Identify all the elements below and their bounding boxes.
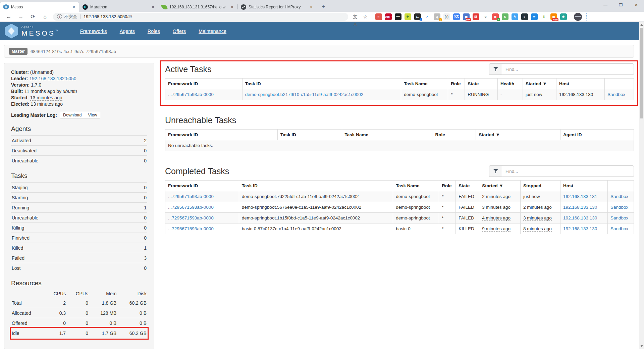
scrollbar-down-icon[interactable] xyxy=(640,345,643,347)
lock-new-icon[interactable]: ▣New xyxy=(550,13,557,20)
leader-link[interactable]: 192.168.133.132:5050 xyxy=(29,76,76,81)
column-header[interactable]: Task Name xyxy=(401,79,448,89)
cell-link[interactable]: ...7295671593ab-0000 xyxy=(168,194,214,199)
tab-close-icon[interactable]: ✕ xyxy=(229,4,235,10)
cell-link[interactable]: Sandbox xyxy=(607,92,625,97)
person-outline-icon[interactable]: ☺ xyxy=(482,13,489,20)
forward-button[interactable]: → xyxy=(16,12,25,21)
download-arrow-icon[interactable]: ⬇ xyxy=(541,13,547,20)
cell-link[interactable]: 192.168.133.130 xyxy=(563,205,597,210)
column-header[interactable]: Task Name xyxy=(342,130,432,140)
dark-cat-icon[interactable]: ᴖᴖ xyxy=(395,13,401,20)
letter-e-icon[interactable]: e xyxy=(521,13,528,20)
cell-link[interactable]: Sandbox xyxy=(610,215,628,220)
profile-avatar[interactable] xyxy=(574,13,582,21)
address-bar[interactable]: i 不安全 192.168.133.132:5050 /#/ xyxy=(53,13,348,21)
home-button[interactable]: ⌂ xyxy=(41,12,49,21)
cell-link[interactable]: Sandbox xyxy=(610,194,628,199)
column-header[interactable]: Framework ID xyxy=(165,79,243,89)
new-tab-button[interactable]: + xyxy=(319,2,328,11)
nav-link-offers[interactable]: Offers xyxy=(166,29,192,34)
tab-hello-world[interactable]: 192.168.133.131:31657/hello w ✕ xyxy=(158,2,237,12)
column-header[interactable]: Host xyxy=(556,79,605,89)
cell-link[interactable]: ...7295671593ab-0000 xyxy=(168,205,214,210)
abp-icon[interactable]: ABP xyxy=(385,13,392,20)
window-restore-button[interactable]: ❐ xyxy=(613,0,629,10)
column-header[interactable]: Stopped xyxy=(521,181,560,191)
letter-s-icon[interactable]: S xyxy=(502,13,508,20)
cell-link[interactable]: 192.168.133.131 xyxy=(563,194,597,199)
cell-link[interactable]: ...7295671593ab-0000 xyxy=(168,92,214,97)
column-header[interactable]: Task ID xyxy=(239,181,393,191)
column-header[interactable]: Started ▼ xyxy=(479,181,521,191)
green-cross-icon[interactable]: ✚ xyxy=(405,13,411,20)
tab-close-icon[interactable]: ✕ xyxy=(309,4,314,10)
json-braces-icon[interactable]: {≡} xyxy=(443,13,450,20)
column-header[interactable]: State xyxy=(456,181,479,191)
tab-mesos[interactable]: Mesos ✕ xyxy=(0,2,79,12)
page-scrollbar[interactable] xyxy=(639,22,644,349)
extension-badge: 1 xyxy=(420,18,422,21)
column-header[interactable]: Framework ID xyxy=(165,130,278,140)
cell-link[interactable]: ...7295671593ab-0000 xyxy=(168,215,214,220)
column-header[interactable]: Started ▼ xyxy=(476,130,560,140)
column-header[interactable]: Role xyxy=(432,130,476,140)
info-icon[interactable]: i xyxy=(57,14,62,19)
mesos-logo-icon[interactable] xyxy=(5,24,18,39)
scrollbar-up-icon[interactable] xyxy=(640,24,643,26)
completed-tasks-find-input[interactable] xyxy=(502,165,634,177)
window-minimize-button[interactable]: — xyxy=(598,0,613,10)
tampermonkey-icon[interactable]: ᓚ1 xyxy=(414,13,421,20)
cell-link[interactable]: Sandbox xyxy=(610,226,628,231)
window-close-button[interactable]: ✕ xyxy=(629,0,644,10)
zhe-coupon-icon[interactable]: 折 xyxy=(473,13,479,20)
column-header[interactable]: Role xyxy=(439,181,456,191)
column-header[interactable] xyxy=(607,181,634,191)
tab-close-icon[interactable]: ✕ xyxy=(71,4,76,10)
tab-close-icon[interactable]: ✕ xyxy=(150,4,156,10)
cell-text: demo-springboot xyxy=(404,92,438,97)
view-log-button[interactable]: View xyxy=(85,112,101,118)
mesh-globe-icon[interactable]: ❋ xyxy=(560,13,567,20)
translate-page-icon[interactable]: 文A xyxy=(352,13,359,20)
tab-haproxy-stats[interactable]: Statistics Report for HAProxy ✕ xyxy=(237,2,317,12)
share-arrow-icon[interactable]: ➦ xyxy=(531,13,538,20)
check-circle-icon[interactable]: ✓ xyxy=(424,13,431,20)
translate-ext-icon[interactable]: G文 xyxy=(453,13,460,20)
back-button[interactable]: ← xyxy=(4,12,13,21)
column-header[interactable]: Health xyxy=(498,79,523,89)
mesos-brand[interactable]: Apache MESOS™ xyxy=(21,26,60,37)
cell-link[interactable]: Sandbox xyxy=(610,205,628,210)
bookmark-star-icon[interactable]: ☆ xyxy=(362,13,369,20)
column-header[interactable] xyxy=(604,79,634,89)
cell-link[interactable]: demo-springboot.b217f610-c1a5-11e9-aaf9-… xyxy=(245,92,364,97)
infinity-icon[interactable]: ∞ xyxy=(375,13,382,20)
column-header[interactable]: Started ▼ xyxy=(523,79,556,89)
stat-row-lost: Lost0 xyxy=(11,263,147,273)
q-loop-icon[interactable]: Q1 xyxy=(434,13,440,20)
nav-link-frameworks[interactable]: Frameworks xyxy=(74,29,113,34)
column-header[interactable]: Task Name xyxy=(393,181,439,191)
nav-link-maintenance[interactable]: Maintenance xyxy=(192,29,233,34)
column-header[interactable]: Role xyxy=(448,79,465,89)
column-header[interactable]: Task ID xyxy=(242,79,401,89)
cell-link[interactable]: ...7295671593ab-0000 xyxy=(168,226,214,231)
scrollbar-thumb[interactable] xyxy=(640,28,643,118)
grid-badge-icon[interactable]: ▦99+ xyxy=(463,13,470,20)
note-edit-icon[interactable]: ✎ xyxy=(512,13,518,20)
nav-link-agents[interactable]: Agents xyxy=(113,29,141,34)
reload-button[interactable]: ⟳ xyxy=(29,12,37,21)
column-header[interactable]: Agent ID xyxy=(560,130,634,140)
cell-link[interactable]: 192.168.133.130 xyxy=(563,226,597,231)
column-header[interactable]: Framework ID xyxy=(165,181,239,191)
column-header[interactable]: State xyxy=(465,79,498,89)
tab-marathon[interactable]: Marathon ✕ xyxy=(79,2,158,12)
browser-menu-icon[interactable]: ⋮⋮ xyxy=(584,13,589,20)
nav-link-roles[interactable]: Roles xyxy=(141,29,166,34)
column-header[interactable]: Task ID xyxy=(277,130,342,140)
cell-link[interactable]: 192.168.133.130 xyxy=(563,215,597,220)
download-log-button[interactable]: Download xyxy=(60,112,85,118)
task-list-icon[interactable]: ≣✓ xyxy=(492,13,499,20)
active-tasks-find-input[interactable] xyxy=(502,63,634,75)
column-header[interactable]: Host xyxy=(560,181,607,191)
